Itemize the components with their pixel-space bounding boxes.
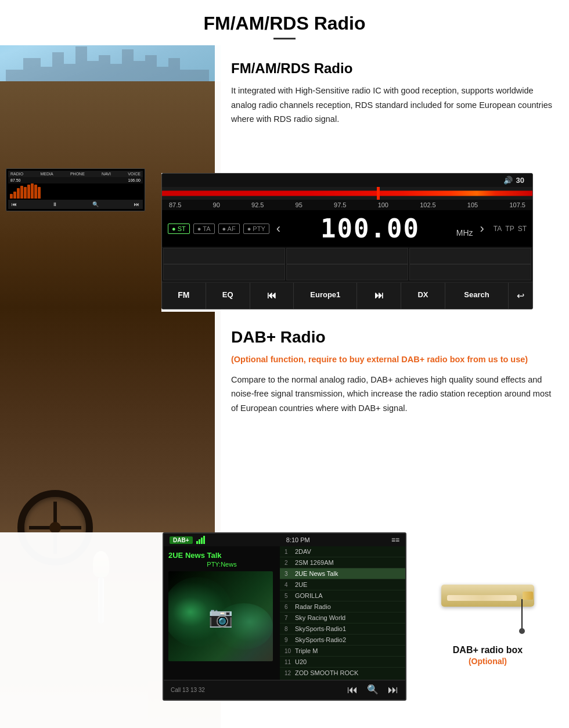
prev-freq-btn[interactable]: ‹ xyxy=(273,221,284,236)
fm-freq-bar-red xyxy=(162,191,532,196)
dab-list-item-5[interactable]: 5 GORILLA xyxy=(280,590,405,601)
item-num-4: 4 xyxy=(284,582,295,588)
item-num-12: 12 xyxy=(284,670,295,676)
dab-bottom-section: DAB+ 8:10 PM ≡≡ xyxy=(0,532,569,728)
item-name-8: SkySports·Radio1 xyxy=(295,625,346,632)
dab-optional-note: (Optional function, require to buy exter… xyxy=(231,352,553,367)
fm-freq-bar-container xyxy=(162,187,532,200)
scale-1025: 102.5 xyxy=(420,201,436,208)
back-btn[interactable]: ↩ xyxy=(509,283,532,309)
fm-btn[interactable]: FM xyxy=(162,283,206,309)
fm-controls-bar: FM EQ ⏮ Europe1 ⏭ DX Search ↩ xyxy=(162,282,532,309)
dab-list-item-1[interactable]: 1 2DAV xyxy=(280,546,405,557)
preset-row-2 xyxy=(162,264,532,282)
dab-box-optional: (Optional) xyxy=(469,657,507,666)
eq-btn[interactable]: EQ xyxy=(206,283,250,309)
dab-info-panel: DAB+ Radio (Optional function, require t… xyxy=(215,312,569,532)
dab-camera-icon: 📷 xyxy=(208,605,233,628)
item-num-10: 10 xyxy=(284,648,295,654)
dab-list-item-7[interactable]: 7 Sky Racing World xyxy=(280,612,405,624)
dab-list-item-9[interactable]: 9 SkySports·Radio2 xyxy=(280,635,405,646)
fm-info-section: FM/AM/RDS Radio It integrated with High-… xyxy=(0,45,569,173)
bar6 xyxy=(27,185,30,199)
dab-search-btn[interactable]: 🔍 xyxy=(367,684,379,696)
page-title: FM/AM/RDS Radio xyxy=(12,13,557,34)
scale-875: 87.5 xyxy=(169,201,181,208)
fm-freq-cursor xyxy=(377,187,380,200)
dab-next-btn[interactable]: ⏭ xyxy=(388,684,398,696)
item-name-2: 2SM 1269AM xyxy=(295,559,334,566)
cu-ctrl-prev: ⏮ xyxy=(12,201,17,207)
prev-btn[interactable]: ⏮ xyxy=(250,283,294,309)
scale-105: 105 xyxy=(467,201,478,208)
preset-6[interactable] xyxy=(409,264,531,280)
dab-box-label: DAB+ radio box xyxy=(453,645,523,655)
dab-left-content: 2UE News Talk PTY:News 📷 xyxy=(164,546,280,680)
dab-list-item-11[interactable]: 11 U20 xyxy=(280,657,405,668)
car-unit-freq-label: 87.50 xyxy=(10,178,21,182)
fm-station-row: ● ST ● TA ● AF ● PTY ‹ 100.00 MHz › TA T… xyxy=(162,210,532,247)
dab-label-badge: DAB+ xyxy=(170,536,193,544)
dab-info-section: DAB+ Radio (Optional function, require t… xyxy=(0,312,569,532)
badge-ta: ● TA xyxy=(193,224,215,234)
fm-heading: FM/AM/RDS Radio xyxy=(231,60,553,77)
dab-list-item-4[interactable]: 4 2UE xyxy=(280,579,405,590)
item-name-11: U20 xyxy=(295,658,307,665)
dab-artwork: 📷 xyxy=(168,571,273,661)
item-num-3: 3 xyxy=(284,571,295,577)
cu-ctrl-search: 🔍 xyxy=(92,201,99,207)
dab-list-item-6[interactable]: 6 Radar Radio xyxy=(280,601,405,612)
fm-volume-row: 🔊 30 xyxy=(162,174,532,187)
dab-list-item-3[interactable]: 3 2UE News Talk xyxy=(280,568,405,579)
scale-1075: 107.5 xyxy=(509,201,525,208)
item-num-5: 5 xyxy=(284,593,295,599)
volume-value: 30 xyxy=(516,176,524,185)
bar5 xyxy=(24,187,27,199)
item-name-12: ZOD SMOOTH ROCK xyxy=(295,669,358,676)
car-unit-freq-row: 87.50 106.00 xyxy=(8,177,143,183)
bar1 xyxy=(10,194,13,199)
dab-station-name: 2UE News Talk xyxy=(168,551,275,560)
dab-heading: DAB+ Radio xyxy=(231,328,553,347)
dab-list-item-2[interactable]: 2 2SM 1269AM xyxy=(280,557,405,568)
dab-prev-btn[interactable]: ⏮ xyxy=(347,684,358,696)
dab-signal-bars xyxy=(196,536,205,544)
sig-bar-1 xyxy=(196,541,198,544)
preset-5[interactable] xyxy=(286,264,408,280)
dab-controls: ⏮ 🔍 ⏭ xyxy=(347,684,398,696)
item-num-7: 7 xyxy=(284,615,295,621)
item-num-6: 6 xyxy=(284,604,295,610)
page-heading-area: FM/AM/RDS Radio xyxy=(0,0,569,45)
dx-btn[interactable]: DX xyxy=(401,283,445,309)
dab-box-section: DAB+ radio box (Optional) xyxy=(406,532,569,701)
badge-st: ● ST xyxy=(168,224,190,234)
dab-call-text: Call 13 13 32 xyxy=(171,687,205,693)
preset-row-1 xyxy=(162,247,532,264)
volume-icon: 🔊 xyxy=(503,176,513,185)
next-freq-btn[interactable]: › xyxy=(477,221,488,236)
cu-ctrl-pause: ⏸ xyxy=(52,201,57,207)
preset-1[interactable] xyxy=(163,248,285,264)
badge-pty: ● PTY xyxy=(243,224,269,234)
dab-list-item-10[interactable]: 10 Triple M xyxy=(280,646,405,657)
preset-4[interactable] xyxy=(163,264,285,280)
car-unit-screen: RADIO MEDIA PHONE NAVI VOICE 87.50 106.0… xyxy=(6,168,145,211)
dab-list-item-12[interactable]: 12 ZOD SMOOTH ROCK xyxy=(280,668,405,678)
next-btn[interactable]: ⏭ xyxy=(357,283,401,309)
dab-bottom-bar: Call 13 13 32 ⏮ 🔍 ⏭ xyxy=(164,680,405,700)
preset-2[interactable] xyxy=(286,248,408,264)
search-btn[interactable]: Search xyxy=(445,283,509,309)
fm-left-space xyxy=(0,45,215,173)
scale-925: 92.5 xyxy=(251,201,264,208)
badge-af: ● AF xyxy=(218,224,240,234)
car-unit-preview: RADIO MEDIA PHONE NAVI VOICE 87.50 106.0… xyxy=(6,168,145,211)
fm-screen: 🔊 30 87.5 90 92.5 95 97.5 100 102.5 105 … xyxy=(161,173,533,309)
preset-3[interactable] xyxy=(409,248,531,264)
dab-pty: PTY:News xyxy=(168,561,275,568)
dab-list-item-8[interactable]: 8 SkySports·Radio1 xyxy=(280,624,405,635)
fm-freq-scale: 87.5 90 92.5 95 97.5 100 102.5 105 107.5 xyxy=(162,200,532,210)
scale-90: 90 xyxy=(213,201,220,208)
radio-box-cable xyxy=(521,599,523,631)
ta-indicator: TA xyxy=(494,225,502,233)
europe1-btn[interactable]: Europe1 xyxy=(294,283,357,309)
